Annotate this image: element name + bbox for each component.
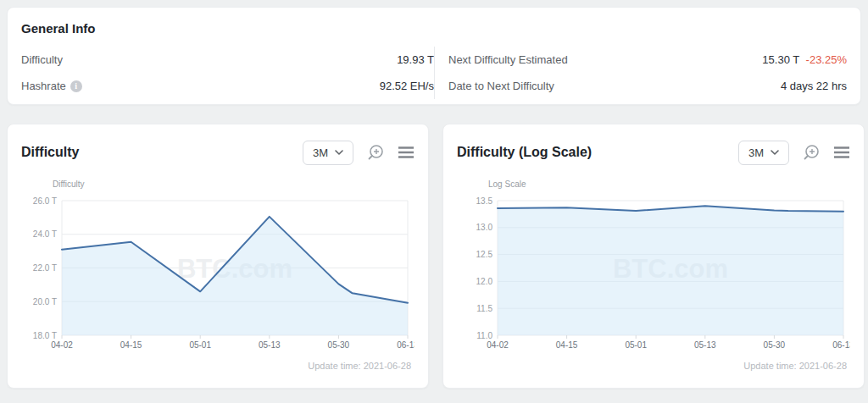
difficulty-label: Difficulty [21, 53, 63, 66]
charts-row: Difficulty 3M Difficulty 26.0 T24.0 T22.… [7, 124, 861, 389]
difficulty-log-chart-controls: 3M [738, 141, 850, 165]
next-difficulty-value: 15.30 T -23.25% [762, 53, 847, 66]
difficulty-log-chart-card: Difficulty (Log Scale) 3M Log Scale 13.5… [442, 124, 865, 389]
chart-menu-icon[interactable] [833, 146, 850, 159]
difficulty-chart[interactable]: 26.0 T24.0 T22.0 T20.0 T18.0 TBTC.com04-… [21, 190, 415, 351]
update-time: Update time: 2021-06-28 [21, 361, 415, 371]
date-to-next-difficulty-value: 4 days 22 hrs [781, 80, 847, 92]
svg-text:06-13: 06-13 [397, 340, 415, 350]
svg-text:06-13: 06-13 [832, 340, 850, 350]
y-axis-title: Log Scale [488, 179, 850, 189]
chevron-down-icon [335, 150, 343, 155]
next-difficulty-delta: -23.25% [806, 53, 847, 66]
difficulty-chart-header: Difficulty 3M [21, 139, 415, 166]
svg-text:05-13: 05-13 [694, 340, 716, 350]
range-selector-value: 3M [748, 146, 764, 159]
svg-text:05-01: 05-01 [189, 340, 211, 350]
difficulty-value: 19.93 T [397, 53, 434, 66]
hashrate-value: 92.52 EH/s [380, 80, 434, 92]
svg-text:04-02: 04-02 [51, 340, 73, 350]
svg-text:26.0 T: 26.0 T [33, 196, 57, 206]
difficulty-chart-card: Difficulty 3M Difficulty 26.0 T24.0 T22.… [7, 124, 429, 389]
svg-text:11.5: 11.5 [476, 304, 492, 313]
svg-text:24.0 T: 24.0 T [33, 229, 57, 239]
svg-text:13.5: 13.5 [476, 196, 493, 206]
range-selector-value: 3M [313, 146, 328, 159]
difficulty-row: Difficulty 19.93 T [21, 47, 434, 73]
general-info-left-column: Difficulty 19.93 T Hashrate i 92.52 EH/s [21, 47, 434, 99]
date-to-next-difficulty-label: Date to Next Difficulty [448, 80, 554, 92]
next-difficulty-label: Next Difficulty Estimated [448, 53, 568, 66]
hashrate-label: Hashrate i [21, 80, 82, 92]
hashrate-label-text: Hashrate [21, 80, 66, 92]
svg-text:05-30: 05-30 [328, 340, 350, 350]
general-info-title: General Info [21, 21, 847, 36]
date-to-next-difficulty-row: Date to Next Difficulty 4 days 22 hrs [448, 73, 847, 99]
difficulty-log-chart-title: Difficulty (Log Scale) [457, 145, 592, 160]
difficulty-log-chart-header: Difficulty (Log Scale) 3M [457, 139, 850, 166]
update-time: Update time: 2021-06-28 [457, 361, 850, 371]
y-axis-title: Difficulty [53, 179, 415, 189]
info-icon[interactable]: i [70, 80, 82, 92]
svg-text:04-15: 04-15 [120, 340, 142, 350]
next-difficulty-amount: 15.30 T [762, 53, 799, 66]
chevron-down-icon [771, 150, 779, 155]
next-difficulty-row: Next Difficulty Estimated 15.30 T -23.25… [448, 47, 847, 73]
svg-text:12.5: 12.5 [476, 250, 493, 259]
svg-text:18.0 T: 18.0 T [33, 331, 57, 340]
zoom-in-icon[interactable] [802, 143, 821, 162]
svg-text:22.0 T: 22.0 T [33, 263, 57, 273]
range-selector[interactable]: 3M [738, 141, 789, 165]
svg-text:11.0: 11.0 [476, 331, 492, 340]
difficulty-chart-title: Difficulty [21, 145, 79, 160]
svg-text:05-30: 05-30 [764, 340, 786, 350]
chart-menu-icon[interactable] [398, 146, 415, 159]
difficulty-log-chart[interactable]: 13.513.012.512.011.511.0BTC.com04-0204-1… [457, 190, 850, 351]
svg-text:04-02: 04-02 [487, 340, 509, 350]
svg-text:05-01: 05-01 [625, 340, 647, 350]
svg-text:20.0 T: 20.0 T [33, 297, 57, 306]
svg-text:05-13: 05-13 [259, 340, 281, 350]
range-selector[interactable]: 3M [303, 141, 353, 165]
svg-text:04-15: 04-15 [556, 340, 578, 350]
svg-text:12.0: 12.0 [476, 277, 493, 286]
zoom-in-icon[interactable] [366, 143, 385, 162]
svg-text:13.0: 13.0 [476, 223, 493, 232]
general-info-grid: Difficulty 19.93 T Hashrate i 92.52 EH/s… [21, 47, 847, 99]
difficulty-chart-controls: 3M [303, 141, 415, 165]
general-info-card: General Info Difficulty 19.93 T Hashrate… [7, 7, 861, 105]
hashrate-row: Hashrate i 92.52 EH/s [21, 73, 434, 99]
general-info-right-column: Next Difficulty Estimated 15.30 T -23.25… [434, 47, 847, 99]
